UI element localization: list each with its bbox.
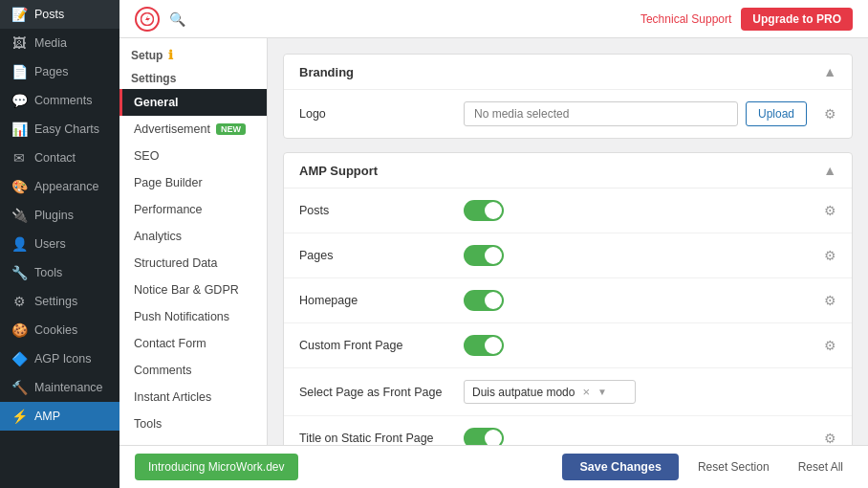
logo-label: Logo (299, 107, 452, 121)
logo-row: Logo Upload ⚙ (284, 90, 852, 138)
pages-row: Pages ⚙ (284, 233, 852, 278)
homepage-row: Homepage ⚙ (284, 278, 852, 323)
main-wrapper: 🔍 Technical Support Upgrade to PRO Setup… (119, 0, 868, 488)
tools-icon: 🔧 (11, 265, 27, 280)
select-page-row: Select Page as Front Page Duis autpatue … (284, 368, 852, 416)
upgrade-button[interactable]: Upgrade to PRO (741, 8, 853, 31)
logo-input[interactable] (464, 101, 738, 126)
settings-icon: ⚙ (11, 294, 27, 309)
custom-front-page-toggle[interactable] (464, 335, 504, 356)
menu-item-advance-settings[interactable]: Advance Settings (119, 437, 267, 445)
custom-front-page-row: Custom Front Page ⚙ (284, 323, 852, 368)
custom-front-page-toggle-control (464, 335, 807, 356)
posts-help-icon: ⚙ (824, 203, 836, 218)
amp-support-card: AMP Support ▲ Posts ⚙ Page (283, 152, 853, 445)
pages-toggle[interactable] (464, 245, 504, 266)
easy-charts-icon: 📊 (11, 122, 27, 137)
select-page-control: Duis autpatue modo × ▼ (464, 380, 836, 404)
sidebar-item-tools[interactable]: 🔧 Tools (0, 258, 119, 287)
sidebar-item-plugins[interactable]: 🔌 Plugins (0, 201, 119, 230)
reset-section-button[interactable]: Reset Section (688, 454, 779, 480)
sidebar-item-cookies[interactable]: 🍪 Cookies (0, 316, 119, 344)
menu-item-advertisement[interactable]: Advertisement NEW (119, 116, 267, 143)
main-sidebar: 📝 Posts 🖼 Media 📄 Pages 💬 Comments 📊 Eas… (0, 0, 119, 488)
title-static-toggle-control (464, 428, 807, 445)
menu-item-tools[interactable]: Tools (119, 410, 267, 437)
amp-icon: ⚡ (11, 409, 27, 424)
sidebar-item-settings[interactable]: ⚙ Settings (0, 287, 119, 316)
homepage-toggle[interactable] (464, 290, 504, 311)
contact-icon: ✉ (11, 150, 27, 166)
menu-item-comments[interactable]: Comments (119, 357, 267, 384)
agp-icons-icon: 🔷 (11, 351, 27, 366)
sidebar-item-appearance[interactable]: 🎨 Appearance (0, 172, 119, 201)
search-icon[interactable]: 🔍 (169, 11, 185, 27)
branding-collapse-icon[interactable]: ▲ (823, 64, 836, 79)
menu-item-instant-articles[interactable]: Instant Articles (119, 384, 267, 410)
menu-item-contact-form[interactable]: Contact Form (119, 330, 267, 357)
menu-item-notice-bar[interactable]: Notice Bar & GDPR (119, 277, 267, 303)
select-arrow-icon[interactable]: ▼ (597, 387, 607, 397)
bottom-bar: Introducing MicroWork.dev Save Changes R… (119, 445, 868, 488)
posts-label: Posts (299, 204, 452, 217)
pages-label: Pages (299, 249, 452, 262)
sidebar-item-amp[interactable]: ⚡ AMP (0, 402, 119, 431)
upload-button[interactable]: Upload (746, 101, 807, 126)
menu-item-seo[interactable]: SEO (119, 143, 267, 169)
posts-toggle-control (464, 200, 807, 221)
amp-support-collapse-icon[interactable]: ▲ (823, 163, 836, 178)
menu-item-general[interactable]: General (119, 89, 267, 116)
users-icon: 👤 (11, 236, 27, 252)
sidebar-item-users[interactable]: 👤 Users (0, 230, 119, 258)
cookies-icon: 🍪 (11, 322, 27, 338)
topbar-left: 🔍 (135, 7, 185, 32)
menu-item-analytics[interactable]: Analytics (119, 223, 267, 250)
content-wrapper: Setup ℹ Settings General Advertisement N… (119, 38, 868, 445)
logo-help-icon: ⚙ (824, 106, 836, 122)
title-static-toggle[interactable] (464, 428, 504, 445)
pages-icon: 📄 (11, 64, 27, 79)
tech-support-link[interactable]: Technical Support (640, 12, 731, 26)
pages-toggle-control (464, 245, 807, 266)
posts-icon: 📝 (11, 7, 27, 22)
select-clear-icon[interactable]: × (582, 385, 590, 399)
sidebar-item-maintenance[interactable]: 🔨 Maintenance (0, 373, 119, 402)
branding-card-header: Branding ▲ (284, 55, 852, 90)
maintenance-icon: 🔨 (11, 380, 27, 395)
branding-card: Branding ▲ Logo Upload ⚙ (283, 54, 853, 139)
title-static-label: Title on Static Front Page (299, 432, 452, 445)
amp-logo-icon (135, 7, 160, 32)
sidebar-item-comments[interactable]: 💬 Comments (0, 86, 119, 115)
sidebar-item-agp-icons[interactable]: 🔷 AGP Icons (0, 344, 119, 373)
main-panel: Branding ▲ Logo Upload ⚙ AMP Support ▲ (268, 38, 868, 445)
custom-front-page-help-icon: ⚙ (824, 338, 836, 353)
select-page-value: Duis autpatue modo (472, 386, 575, 399)
settings-section-header: Settings (119, 68, 267, 89)
sidebar-item-easy-charts[interactable]: 📊 Easy Charts (0, 115, 119, 144)
select-page-dropdown[interactable]: Duis autpatue modo × ▼ (464, 380, 636, 404)
homepage-label: Homepage (299, 294, 452, 307)
homepage-help-icon: ⚙ (824, 293, 836, 308)
logo-control: Upload (464, 101, 807, 126)
reset-all-button[interactable]: Reset All (789, 454, 853, 480)
sidebar-item-posts[interactable]: 📝 Posts (0, 0, 119, 29)
topbar-right: Technical Support Upgrade to PRO (640, 8, 853, 31)
sidebar-item-pages[interactable]: 📄 Pages (0, 57, 119, 86)
custom-front-page-label: Custom Front Page (299, 339, 452, 352)
menu-item-page-builder[interactable]: Page Builder (119, 169, 267, 196)
plugins-icon: 🔌 (11, 208, 27, 223)
menu-item-push-notifications[interactable]: Push Notifications (119, 303, 267, 330)
media-icon: 🖼 (11, 35, 27, 51)
select-page-label: Select Page as Front Page (299, 386, 452, 399)
sidebar-item-contact[interactable]: ✉ Contact (0, 144, 119, 172)
new-badge: NEW (216, 123, 246, 135)
sidebar-item-media[interactable]: 🖼 Media (0, 29, 119, 57)
introducing-button[interactable]: Introducing MicroWork.dev (135, 454, 298, 480)
save-changes-button[interactable]: Save Changes (562, 454, 678, 480)
pages-help-icon: ⚙ (824, 248, 836, 263)
menu-item-structured-data[interactable]: Structured Data (119, 250, 267, 277)
info-icon: ℹ (168, 48, 173, 62)
posts-toggle[interactable] (464, 200, 504, 221)
menu-item-performance[interactable]: Performance (119, 196, 267, 223)
comments-icon: 💬 (11, 93, 27, 108)
